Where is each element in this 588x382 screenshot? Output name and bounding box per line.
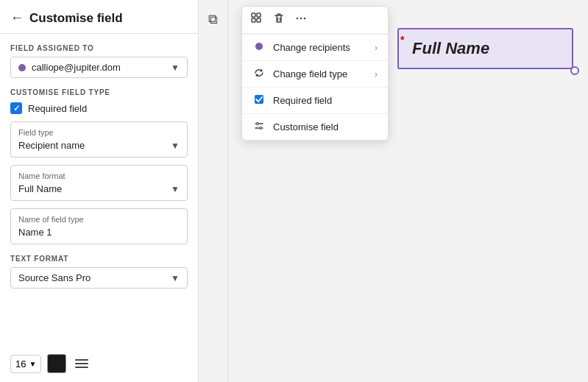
customise-field-menu-label: Customise field xyxy=(273,121,339,132)
name-format-value: Full Name xyxy=(18,183,62,194)
customise-field-left: Customise field xyxy=(252,121,339,133)
grid-icon[interactable] xyxy=(251,13,263,27)
name-format-value-row: Full Name ▼ xyxy=(18,183,180,194)
change-field-type-chevron-icon: › xyxy=(375,69,378,79)
field-type-box[interactable]: Field type Recipient name ▼ xyxy=(10,121,188,158)
font-size-chevron-icon: ▼ xyxy=(29,360,36,368)
change-recipients-label: Change recipients xyxy=(273,42,350,53)
font-value: Source Sans Pro xyxy=(18,272,171,283)
name-of-field-box: Name of field type Name 1 xyxy=(10,208,188,244)
refresh-icon xyxy=(252,68,266,80)
required-field-checkbox[interactable] xyxy=(10,102,22,114)
back-button[interactable]: ← xyxy=(10,10,24,26)
field-type-chevron-icon: ▼ xyxy=(171,141,180,151)
copy-button[interactable]: ⧉ xyxy=(204,7,222,32)
bottom-controls: 16 ▼ xyxy=(0,348,198,382)
svg-rect-3 xyxy=(257,18,261,22)
field-input-area[interactable]: * Full Name xyxy=(397,28,573,69)
svg-point-13 xyxy=(257,123,259,125)
font-size-value: 16 xyxy=(15,358,26,369)
customise-field-type-label: CUSTOMISE FIELD TYPE xyxy=(10,88,188,96)
svg-point-6 xyxy=(297,18,299,20)
name-format-box[interactable]: Name format Full Name ▼ xyxy=(10,165,188,201)
customise-field-item[interactable]: Customise field xyxy=(242,114,388,140)
field-type-label: Field type xyxy=(18,128,180,137)
name-format-label: Name format xyxy=(18,171,180,180)
field-label: Full Name xyxy=(412,39,489,58)
change-recipients-chevron-icon: › xyxy=(375,43,378,53)
field-canvas: * Full Name xyxy=(397,6,573,367)
chevron-down-icon: ▼ xyxy=(171,63,180,73)
circle-dot-icon xyxy=(252,41,266,54)
required-field-menu-label: Required field xyxy=(273,95,332,106)
trash-icon[interactable] xyxy=(273,13,285,27)
left-panel: ← Customise field FIELD ASSIGNED TO call… xyxy=(0,0,199,382)
assigned-to-dropdown[interactable]: calliope@jupiter.dom ▼ xyxy=(10,57,188,78)
svg-point-14 xyxy=(260,127,262,130)
required-field-label: Required field xyxy=(28,103,87,114)
more-icon[interactable] xyxy=(295,13,307,27)
change-recipients-left: Change recipients xyxy=(252,41,350,54)
svg-rect-0 xyxy=(252,13,255,17)
name-of-field-value: Name 1 xyxy=(18,227,180,238)
font-dropdown[interactable]: Source Sans Pro ▼ xyxy=(10,267,188,289)
field-type-value-row: Recipient name ▼ xyxy=(18,140,180,151)
svg-rect-2 xyxy=(252,18,255,22)
change-recipients-item[interactable]: Change recipients › xyxy=(242,35,388,60)
required-field-row: Required field xyxy=(10,102,188,114)
align-line-3 xyxy=(75,367,88,368)
field-text-box[interactable]: Full Name xyxy=(397,28,573,69)
font-chevron-icon: ▼ xyxy=(171,273,180,283)
panel-header: ← Customise field xyxy=(0,0,198,34)
color-picker[interactable] xyxy=(47,354,66,373)
change-field-type-item[interactable]: Change field type › xyxy=(242,61,388,87)
panel-body: FIELD ASSIGNED TO calliope@jupiter.dom ▼… xyxy=(0,34,198,348)
context-menu: Change recipients › Change field type › xyxy=(241,6,389,141)
divider-panel: ⧉ xyxy=(199,0,228,382)
required-field-item[interactable]: Required field xyxy=(242,88,388,113)
sliders-icon xyxy=(252,121,266,133)
change-field-type-left: Change field type xyxy=(252,68,347,80)
checkmark-icon xyxy=(252,94,266,107)
name-of-field-label: Name of field type xyxy=(18,215,180,224)
svg-point-8 xyxy=(304,18,306,20)
align-line-1 xyxy=(75,359,88,361)
text-align-button[interactable] xyxy=(72,356,91,371)
panel-title: Customise field xyxy=(29,11,123,26)
assigned-email: calliope@jupiter.dom xyxy=(32,62,171,73)
svg-rect-1 xyxy=(257,13,261,17)
resize-handle[interactable] xyxy=(570,66,579,75)
svg-point-9 xyxy=(255,43,263,50)
user-dot-icon xyxy=(18,64,26,71)
name-format-chevron-icon: ▼ xyxy=(171,184,180,194)
field-type-value: Recipient name xyxy=(18,140,85,151)
required-star: * xyxy=(400,34,404,46)
required-field-left: Required field xyxy=(252,94,332,107)
font-size-selector[interactable]: 16 ▼ xyxy=(10,355,41,373)
main-area: Change recipients › Change field type › xyxy=(228,0,588,382)
text-format-label: TEXT FORMAT xyxy=(10,255,188,263)
context-menu-icons-row xyxy=(242,7,388,34)
align-line-2 xyxy=(75,363,88,364)
svg-point-7 xyxy=(300,18,302,20)
change-field-type-label: Change field type xyxy=(273,68,347,79)
field-assigned-to-label: FIELD ASSIGNED TO xyxy=(10,44,188,52)
